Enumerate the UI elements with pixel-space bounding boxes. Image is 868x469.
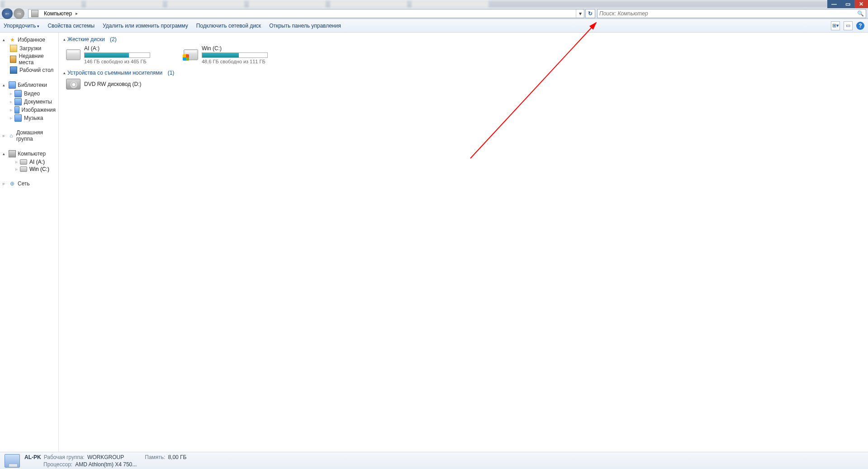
- help-button[interactable]: ?: [856, 22, 864, 30]
- removable-section[interactable]: ▴Устройства со съемными носителями (1): [63, 69, 863, 77]
- hard-drive-icon: [66, 49, 81, 60]
- computer-name: AL-PK: [24, 454, 41, 460]
- documents-icon: [14, 98, 22, 105]
- recent-icon: [10, 56, 16, 63]
- space-bar: [84, 52, 150, 58]
- music-icon: [14, 114, 22, 122]
- computer-large-icon: [5, 454, 20, 468]
- drive-name: AI (A:): [84, 45, 170, 52]
- breadcrumb-label: Компьютер: [44, 10, 72, 17]
- star-icon: ★: [9, 36, 16, 43]
- content-pane: ▴Жесткие диски (2) AI (A:) 146 ГБ свобод…: [59, 33, 868, 452]
- libraries-icon: [9, 81, 16, 89]
- drive-item-c[interactable]: Win (C:) 48,6 ГБ свободно из 111 ГБ: [184, 45, 288, 64]
- computer-icon: [31, 10, 38, 17]
- drive-stats: 146 ГБ свободно из 465 ГБ: [84, 59, 170, 64]
- dvd-drive-item[interactable]: DVD RW дисковод (D:): [66, 79, 170, 90]
- search-icon[interactable]: 🔍: [857, 10, 864, 17]
- desktop-icon: [10, 66, 17, 74]
- map-network-drive-button[interactable]: Подключить сетевой диск: [196, 23, 261, 29]
- sidebar-item-pictures[interactable]: ▹Изображения: [0, 106, 58, 114]
- homegroup-heading[interactable]: ▹⌂Домашняя группа: [0, 128, 58, 143]
- drive-name: Win (C:): [202, 45, 288, 52]
- details-pane: AL-PK Рабочая группа: WORKGROUP Память: …: [0, 452, 868, 469]
- search-box[interactable]: 🔍: [597, 9, 866, 18]
- hard-drives-section[interactable]: ▴Жесткие диски (2): [63, 35, 863, 43]
- pictures-icon: [14, 106, 19, 114]
- breadcrumb-dropdown[interactable]: ▾: [576, 9, 584, 18]
- address-bar-row: ← → Компьютер ▾ ↻ 🔍: [0, 8, 868, 19]
- minimize-button[interactable]: —: [827, 0, 841, 8]
- libraries-heading[interactable]: ▴Библиотеки: [0, 81, 58, 90]
- drive-name: DVD RW дисковод (D:): [84, 81, 170, 87]
- drive-icon: [20, 166, 27, 172]
- sidebar-item-downloads[interactable]: Загрузки: [0, 44, 58, 52]
- homegroup-icon: ⌂: [8, 132, 14, 139]
- network-icon: ⊕: [9, 180, 16, 187]
- system-properties-button[interactable]: Свойства системы: [47, 23, 95, 29]
- video-icon: [14, 90, 22, 97]
- sidebar-item-drive-a[interactable]: ▹AI (A:): [0, 158, 58, 166]
- downloads-icon: [10, 45, 17, 52]
- back-button[interactable]: ←: [2, 8, 13, 19]
- view-options-button[interactable]: ⊞▾: [831, 21, 840, 30]
- breadcrumb-segment[interactable]: Компьютер: [41, 9, 81, 18]
- sidebar-item-documents[interactable]: ▹Документы: [0, 98, 58, 106]
- computer-heading[interactable]: ▴Компьютер: [0, 149, 58, 158]
- drive-icon: [20, 159, 27, 165]
- organize-menu[interactable]: Упорядочить: [4, 23, 39, 29]
- network-heading[interactable]: ▹⊕Сеть: [0, 179, 58, 188]
- breadcrumb[interactable]: Компьютер ▾: [28, 9, 584, 18]
- drive-item-a[interactable]: AI (A:) 146 ГБ свободно из 465 ГБ: [66, 45, 170, 64]
- browser-tab-strip: [0, 0, 868, 8]
- sidebar-item-videos[interactable]: ▹Видео: [0, 90, 58, 98]
- maximize-button[interactable]: ▭: [841, 0, 854, 8]
- sidebar-item-desktop[interactable]: Рабочий стол: [0, 66, 58, 74]
- toolbar: Упорядочить Свойства системы Удалить или…: [0, 19, 868, 33]
- close-button[interactable]: ✕: [854, 0, 868, 8]
- favorites-heading[interactable]: ▴★Избранное: [0, 35, 58, 44]
- sidebar-item-recent[interactable]: Недавние места: [0, 52, 58, 66]
- open-control-panel-button[interactable]: Открыть панель управления: [269, 23, 341, 29]
- sidebar-item-music[interactable]: ▹Музыка: [0, 114, 58, 122]
- space-bar: [202, 52, 268, 58]
- refresh-button[interactable]: ↻: [585, 9, 595, 18]
- drive-stats: 48,6 ГБ свободно из 111 ГБ: [202, 59, 288, 64]
- search-input[interactable]: [599, 10, 857, 17]
- forward-button[interactable]: →: [14, 8, 24, 19]
- dvd-drive-icon: [66, 79, 81, 90]
- hard-drive-icon: [184, 49, 198, 60]
- window-controls: — ▭ ✕: [827, 0, 868, 8]
- preview-pane-button[interactable]: ▭: [844, 21, 853, 30]
- uninstall-program-button[interactable]: Удалить или изменить программу: [103, 23, 188, 29]
- computer-icon: [9, 150, 16, 157]
- navigation-pane: ▴★Избранное Загрузки Недавние места Рабо…: [0, 33, 59, 452]
- sidebar-item-drive-c[interactable]: ▹Win (C:): [0, 166, 58, 173]
